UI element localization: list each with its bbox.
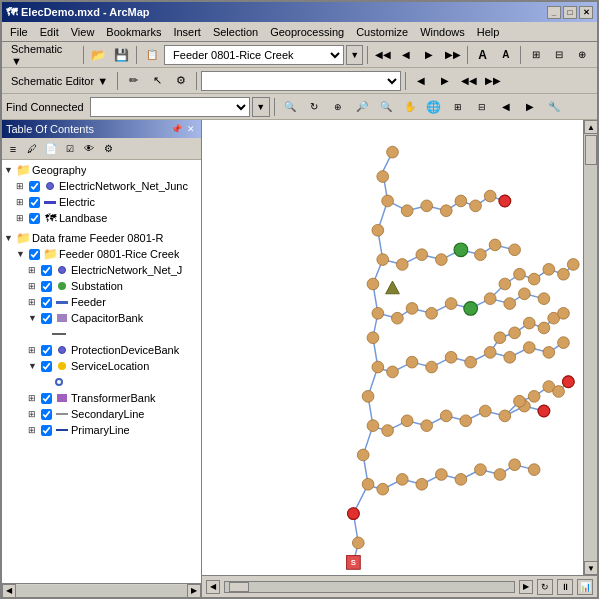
- menu-bookmarks[interactable]: Bookmarks: [100, 24, 167, 40]
- expand-feeder[interactable]: ⊞: [28, 297, 38, 307]
- toc-draw-btn[interactable]: 🖊: [23, 140, 41, 158]
- zoom-out-btn[interactable]: 🔍: [375, 96, 397, 118]
- extra-btn1[interactable]: ⊞: [525, 44, 546, 66]
- expand-primaryline[interactable]: ⊞: [28, 425, 38, 435]
- checkbox-substation[interactable]: [41, 281, 52, 292]
- map-area[interactable]: S: [202, 120, 583, 575]
- menu-insert[interactable]: Insert: [167, 24, 207, 40]
- menu-geoprocessing[interactable]: Geoprocessing: [264, 24, 350, 40]
- text-btn-a1[interactable]: A: [472, 44, 493, 66]
- expand-dataframe[interactable]: ▼: [4, 233, 14, 243]
- toc-item-transformerbank[interactable]: ⊞ TransformerBank: [4, 390, 199, 406]
- menu-windows[interactable]: Windows: [414, 24, 471, 40]
- extra-tool[interactable]: 🔧: [543, 96, 565, 118]
- scroll-left-btn[interactable]: ◀: [2, 584, 16, 598]
- find-btn2[interactable]: ↻: [303, 96, 325, 118]
- find-btn3[interactable]: ⊕: [327, 96, 349, 118]
- scroll-up-btn[interactable]: ▲: [584, 120, 597, 134]
- right-scrollbar[interactable]: ▲ ▼: [583, 120, 597, 575]
- feeder-dropdown-arrow[interactable]: ▼: [346, 45, 363, 65]
- menu-selection[interactable]: Selection: [207, 24, 264, 40]
- view-btn3[interactable]: ◀◀: [458, 70, 480, 92]
- zoom-in-btn[interactable]: 🔎: [351, 96, 373, 118]
- toc-item-electricnetwork-junc[interactable]: ⊞ ElectricNetwork_Net_Junc: [4, 178, 199, 194]
- forward-btn[interactable]: ▶: [519, 96, 541, 118]
- maximize-button[interactable]: □: [563, 6, 577, 19]
- expand-geography[interactable]: ▼: [4, 165, 14, 175]
- nav-btn1[interactable]: ◀◀: [372, 44, 393, 66]
- toc-item-secondaryline[interactable]: ⊞ SecondaryLine: [4, 406, 199, 422]
- menu-help[interactable]: Help: [471, 24, 506, 40]
- status-chart-icon[interactable]: 📊: [577, 579, 593, 595]
- extent-btn2[interactable]: ⊟: [471, 96, 493, 118]
- text-btn-a2[interactable]: A: [495, 44, 516, 66]
- close-button[interactable]: ✕: [579, 6, 593, 19]
- expand-secondaryline[interactable]: ⊞: [28, 409, 38, 419]
- status-pause-icon[interactable]: ⏸: [557, 579, 573, 595]
- edit-tool2[interactable]: ↖: [146, 70, 168, 92]
- toc-item-feeder[interactable]: ⊞ Feeder: [4, 294, 199, 310]
- toc-list-btn[interactable]: ≡: [4, 140, 22, 158]
- menu-edit[interactable]: Edit: [34, 24, 65, 40]
- menu-file[interactable]: File: [4, 24, 34, 40]
- edit-tool3[interactable]: ⚙: [170, 70, 192, 92]
- save-btn[interactable]: 💾: [111, 44, 132, 66]
- toc-item-capacitorbank[interactable]: ▼ CapacitorBank: [4, 310, 199, 326]
- hscroll-right-btn[interactable]: ▶: [519, 580, 533, 594]
- globe-btn[interactable]: 🌐: [423, 96, 445, 118]
- expand-landbase[interactable]: ⊞: [16, 213, 26, 223]
- expand-servicelocation[interactable]: ▼: [28, 361, 38, 371]
- feeder-dropdown[interactable]: Feeder 0801-Rice Creek: [164, 45, 344, 65]
- toc-item-primaryline[interactable]: ⊞ PrimaryLine: [4, 422, 199, 438]
- toc-group-geography[interactable]: ▼ 📁 Geography: [4, 162, 199, 178]
- expand-feeder0801[interactable]: ▼: [16, 249, 26, 259]
- toc-hscroll[interactable]: ◀ ▶: [2, 583, 201, 597]
- checkbox-electricnetwork[interactable]: [29, 181, 40, 192]
- nav-btn2[interactable]: ◀: [396, 44, 417, 66]
- minimize-button[interactable]: _: [547, 6, 561, 19]
- editor-dropdown[interactable]: [201, 71, 401, 91]
- extra-btn3[interactable]: ⊕: [572, 44, 593, 66]
- toc-item-landbase[interactable]: ⊞ 🗺 Landbase: [4, 210, 199, 226]
- toc-options-btn[interactable]: ⚙: [99, 140, 117, 158]
- checkbox-primaryline[interactable]: [41, 425, 52, 436]
- find-btn1[interactable]: 🔍: [279, 96, 301, 118]
- open-btn[interactable]: 📂: [88, 44, 109, 66]
- edit-tool1[interactable]: ✏: [122, 70, 144, 92]
- toc-sel-btn[interactable]: ☑: [61, 140, 79, 158]
- scroll-right-btn[interactable]: ▶: [187, 584, 201, 598]
- toc-item-substation[interactable]: ⊞ Substation: [4, 278, 199, 294]
- expand-transformerbank[interactable]: ⊞: [28, 393, 38, 403]
- hscroll-thumb-main[interactable]: [229, 582, 249, 592]
- view-btn2[interactable]: ▶: [434, 70, 456, 92]
- toc-close-btn[interactable]: ✕: [185, 124, 197, 134]
- nav-btn3[interactable]: ▶: [419, 44, 440, 66]
- menu-view[interactable]: View: [65, 24, 101, 40]
- expand-electricnet-j[interactable]: ⊞: [28, 265, 38, 275]
- checkbox-electricnet-j[interactable]: [41, 265, 52, 276]
- scroll-down-btn[interactable]: ▼: [584, 561, 597, 575]
- expand-electric[interactable]: ⊞: [16, 197, 26, 207]
- menu-customize[interactable]: Customize: [350, 24, 414, 40]
- expand-protectiondevice[interactable]: ⊞: [28, 345, 38, 355]
- expand-electricnetwork[interactable]: ⊞: [16, 181, 26, 191]
- extra-btn2[interactable]: ⊟: [549, 44, 570, 66]
- checkbox-servicelocation[interactable]: [41, 361, 52, 372]
- toc-item-servicelocation[interactable]: ▼ ServiceLocation: [4, 358, 199, 374]
- toc-item-feeder0801[interactable]: ▼ 📁 Feeder 0801-Rice Creek: [4, 246, 199, 262]
- toc-item-electric[interactable]: ⊞ Electric: [4, 194, 199, 210]
- vscroll-thumb[interactable]: [585, 135, 597, 165]
- schematic-editor-menu-btn[interactable]: Schematic Editor ▼: [6, 70, 113, 92]
- toc-item-protectiondevice[interactable]: ⊞ ProtectionDeviceBank: [4, 342, 199, 358]
- checkbox-landbase[interactable]: [29, 213, 40, 224]
- checkbox-secondaryline[interactable]: [41, 409, 52, 420]
- checkbox-feeder0801[interactable]: [29, 249, 40, 260]
- expand-substation[interactable]: ⊞: [28, 281, 38, 291]
- extent-btn1[interactable]: ⊞: [447, 96, 469, 118]
- toc-group-dataframe[interactable]: ▼ 📁 Data frame Feeder 0801-R: [4, 230, 199, 246]
- nav-btn4[interactable]: ▶▶: [442, 44, 463, 66]
- toc-vis-btn[interactable]: 👁: [80, 140, 98, 158]
- checkbox-feeder[interactable]: [41, 297, 52, 308]
- checkbox-capacitorbank[interactable]: [41, 313, 52, 324]
- find-connected-dropdown[interactable]: [90, 97, 250, 117]
